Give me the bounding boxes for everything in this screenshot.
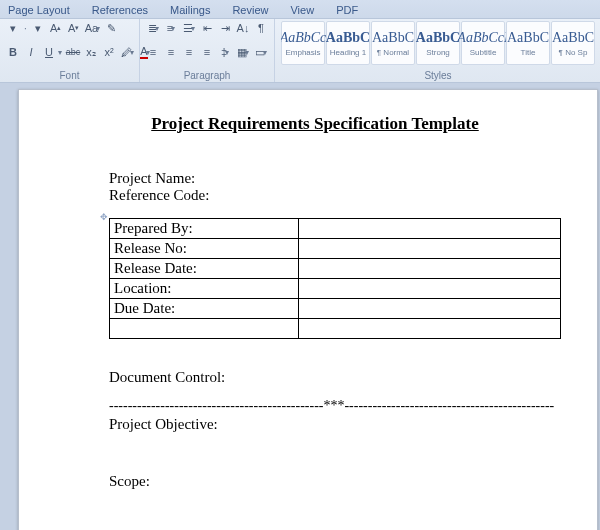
ribbon-tabs: Page Layout References Mailings Review V… xyxy=(0,0,600,19)
style-sample: AaBbCc xyxy=(281,30,326,46)
style-name: Strong xyxy=(426,48,450,57)
style-name: ¶ No Sp xyxy=(559,48,588,57)
table-row[interactable] xyxy=(110,319,561,339)
scope-label: Scope: xyxy=(109,473,561,490)
align-center-icon[interactable]: ≡ xyxy=(164,45,178,59)
bold-button[interactable]: B xyxy=(6,45,20,59)
tab-mailings[interactable]: Mailings xyxy=(166,2,214,18)
numbering-icon[interactable]: ≡▾ xyxy=(164,21,178,35)
clear-formatting-icon[interactable]: ✎ xyxy=(104,21,118,35)
strikethrough-button[interactable]: abc xyxy=(66,45,80,59)
style-card[interactable]: AaBbC¶ No Sp xyxy=(551,21,595,65)
highlight-button[interactable]: 🖉▾ xyxy=(120,45,134,59)
tab-view[interactable]: View xyxy=(286,2,318,18)
styles-group-label: Styles xyxy=(281,69,595,82)
style-name: ¶ Normal xyxy=(377,48,409,57)
table-row[interactable]: Release No: xyxy=(110,239,561,259)
style-sample: AaBbC xyxy=(416,30,460,46)
tab-references[interactable]: References xyxy=(88,2,152,18)
spec-table[interactable]: Prepared By:Release No:Release Date:Loca… xyxy=(109,218,561,339)
align-left-icon[interactable]: ≡ xyxy=(146,45,160,59)
shrink-font-icon[interactable]: A▾ xyxy=(67,21,81,35)
document-area[interactable]: Project Requirements Specification Templ… xyxy=(0,83,600,530)
style-sample: AaBbC xyxy=(552,30,594,46)
table-anchor-icon[interactable]: ✥ xyxy=(100,212,108,222)
table-cell-label[interactable]: Release No: xyxy=(110,239,299,259)
grow-font-icon[interactable]: A▴ xyxy=(49,21,63,35)
separator: ----------------------------------------… xyxy=(109,398,561,414)
ribbon: ▾ · ▾ A▴ A▾ Aa▾ ✎ B I U ▾ abc x₂ x² 🖉▾ A… xyxy=(0,19,600,83)
subscript-button[interactable]: x₂ xyxy=(84,45,98,59)
table-cell-value[interactable] xyxy=(299,239,561,259)
paragraph-group: ≣▾ ≡▾ ☰▾ ⇤ ⇥ A↓ ¶ ≡ ≡ ≡ ≡ ‡▾ ▦▾ ▭▾ Parag… xyxy=(140,19,275,82)
tab-pdf[interactable]: PDF xyxy=(332,2,362,18)
style-card[interactable]: AaBbCcEmphasis xyxy=(281,21,325,65)
style-sample: AaBbC xyxy=(507,30,549,46)
table-cell-label[interactable]: Due Date: xyxy=(110,299,299,319)
shading-icon[interactable]: ▦▾ xyxy=(236,45,250,59)
tab-review[interactable]: Review xyxy=(228,2,272,18)
italic-button[interactable]: I xyxy=(24,45,38,59)
style-sample: AaBbC xyxy=(326,30,370,46)
style-sample: AaBbCcI xyxy=(457,30,508,46)
table-cell-label[interactable]: Release Date: xyxy=(110,259,299,279)
table-row[interactable]: Release Date: xyxy=(110,259,561,279)
reference-code-label: Reference Code: xyxy=(109,187,561,204)
style-card[interactable]: AaBbCTitle xyxy=(506,21,550,65)
tab-page-layout[interactable]: Page Layout xyxy=(4,2,74,18)
superscript-button[interactable]: x² xyxy=(102,45,116,59)
style-card[interactable]: AaBbC¶ Normal xyxy=(371,21,415,65)
justify-icon[interactable]: ≡ xyxy=(200,45,214,59)
table-cell-value[interactable] xyxy=(299,299,561,319)
styles-gallery[interactable]: AaBbCcEmphasisAaBbCHeading 1AaBbC¶ Norma… xyxy=(281,21,595,65)
style-card[interactable]: AaBbCStrong xyxy=(416,21,460,65)
borders-icon[interactable]: ▭▾ xyxy=(254,45,268,59)
font-size-dropdown[interactable]: ▾ xyxy=(31,21,45,35)
style-card[interactable]: AaBbCHeading 1 xyxy=(326,21,370,65)
table-row[interactable]: Location: xyxy=(110,279,561,299)
font-group: ▾ · ▾ A▴ A▾ Aa▾ ✎ B I U ▾ abc x₂ x² 🖉▾ A… xyxy=(0,19,140,82)
project-objective-label: Project Objective: xyxy=(109,416,561,433)
multilevel-list-icon[interactable]: ☰▾ xyxy=(182,21,196,35)
font-group-label: Font xyxy=(6,69,133,82)
style-name: Emphasis xyxy=(285,48,320,57)
bullets-icon[interactable]: ≣▾ xyxy=(146,21,160,35)
style-sample: AaBbC xyxy=(372,30,414,46)
line-spacing-icon[interactable]: ‡▾ xyxy=(218,45,232,59)
sort-icon[interactable]: A↓ xyxy=(236,21,250,35)
show-marks-icon[interactable]: ¶ xyxy=(254,21,268,35)
table-cell-label[interactable]: Location: xyxy=(110,279,299,299)
table-cell-label[interactable]: Prepared By: xyxy=(110,219,299,239)
table-cell-value[interactable] xyxy=(299,319,561,339)
underline-button[interactable]: U xyxy=(42,45,56,59)
project-name-label: Project Name: xyxy=(109,170,561,187)
table-cell-value[interactable] xyxy=(299,259,561,279)
table-row[interactable]: Due Date: xyxy=(110,299,561,319)
style-name: Title xyxy=(521,48,536,57)
page[interactable]: Project Requirements Specification Templ… xyxy=(18,89,598,530)
style-name: Subtitle xyxy=(470,48,497,57)
change-case-icon[interactable]: Aa▾ xyxy=(85,21,100,35)
table-cell-value[interactable] xyxy=(299,219,561,239)
page-title: Project Requirements Specification Templ… xyxy=(69,114,561,134)
table-cell-label[interactable] xyxy=(110,319,299,339)
increase-indent-icon[interactable]: ⇥ xyxy=(218,21,232,35)
spec-table-body: Prepared By:Release No:Release Date:Loca… xyxy=(110,219,561,339)
table-cell-value[interactable] xyxy=(299,279,561,299)
document-control-label: Document Control: xyxy=(109,369,561,386)
decrease-indent-icon[interactable]: ⇤ xyxy=(200,21,214,35)
align-right-icon[interactable]: ≡ xyxy=(182,45,196,59)
font-name-dropdown[interactable]: ▾ xyxy=(6,21,20,35)
styles-group: AaBbCcEmphasisAaBbCHeading 1AaBbC¶ Norma… xyxy=(275,19,600,82)
paragraph-group-label: Paragraph xyxy=(146,69,268,82)
style-name: Heading 1 xyxy=(330,48,366,57)
style-card[interactable]: AaBbCcISubtitle xyxy=(461,21,505,65)
table-row[interactable]: Prepared By: xyxy=(110,219,561,239)
